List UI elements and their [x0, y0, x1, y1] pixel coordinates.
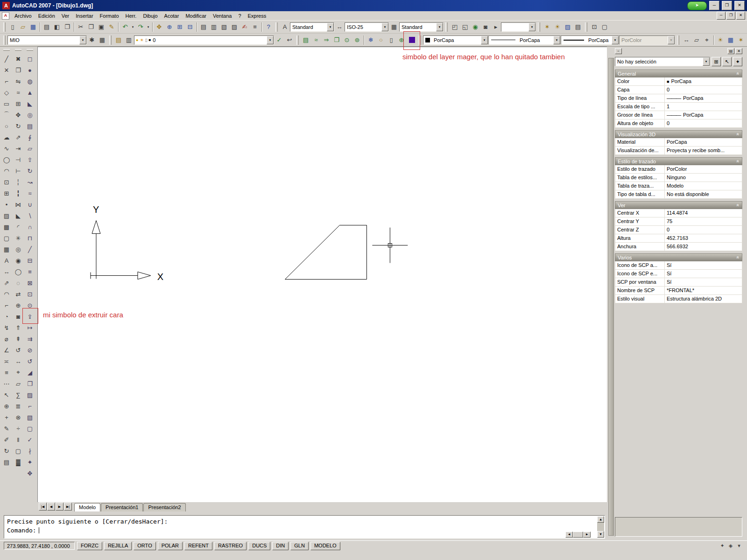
zoom-window-button[interactable]: ⊞	[175, 22, 185, 32]
lights-button[interactable]: ☀	[552, 22, 563, 32]
menu-item[interactable]: Acotar	[161, 12, 183, 20]
save-button[interactable]: ▦	[28, 22, 38, 32]
combo-arrow-icon[interactable]: ▼	[481, 36, 488, 44]
mdi-minimize-button[interactable]: ─	[717, 12, 726, 20]
color-faces-icon[interactable]: ▨	[25, 389, 35, 400]
menu-item[interactable]: Dibujo	[140, 12, 161, 20]
redo-dropdown-arrow[interactable]: ▾	[146, 22, 151, 32]
layer-lock-icon[interactable]: ▯	[145, 38, 148, 42]
property-row[interactable]: SCP por ventanaSí	[615, 278, 742, 287]
wedge-icon[interactable]: ◣	[25, 98, 35, 109]
next-tab-button[interactable]: ▶	[56, 503, 63, 511]
menu-item[interactable]: Modificar	[182, 12, 210, 20]
check-icon[interactable]: ✓	[25, 434, 35, 445]
intersect-icon[interactable]: ∩	[25, 221, 35, 232]
break-at-point-icon[interactable]: ╎	[13, 176, 23, 188]
dim-diameter-icon[interactable]: ⌀	[1, 333, 12, 344]
section-header-varios[interactable]: Varios «	[615, 253, 742, 261]
make-object-layer-current-button[interactable]: ✓	[274, 35, 284, 45]
property-row[interactable]: Altura de objeto0	[615, 119, 742, 128]
property-row[interactable]: Visualización de...Proyecta y recibe som…	[615, 147, 742, 155]
paste-button[interactable]: ▣	[96, 22, 106, 32]
wipeout-icon[interactable]: ▓	[13, 456, 23, 468]
render-button[interactable]: ✶	[542, 22, 552, 32]
divide-icon[interactable]: ÷	[13, 423, 23, 434]
convert-to-surface-icon[interactable]: ⊡	[25, 288, 35, 300]
walk-icon[interactable]: ⇑	[13, 322, 23, 333]
layer-off-button[interactable]: ○	[376, 35, 386, 45]
dim-jogged-icon[interactable]: ↯	[1, 322, 12, 333]
tab-modelo[interactable]: Modelo	[74, 503, 100, 511]
sheet-set-manager-button[interactable]: ▨	[229, 22, 240, 32]
combo-arrow-icon[interactable]: ▼	[529, 23, 536, 31]
layer-manager-button[interactable]	[407, 35, 417, 45]
trapezoid-polyline[interactable]	[285, 225, 367, 280]
markup-set-manager-button[interactable]: ✍	[240, 22, 250, 32]
dim-radius-icon[interactable]: ◔	[1, 311, 12, 322]
delete-faces-icon[interactable]: ⊘	[25, 344, 35, 356]
shell-icon[interactable]: ▢	[25, 423, 35, 434]
measure-icon[interactable]: ‖	[13, 434, 23, 445]
workspace-save-button[interactable]: ▦	[97, 35, 107, 45]
property-row[interactable]: Escala de tipo ...1	[615, 103, 742, 111]
scroll-down-icon[interactable]: ▼	[597, 531, 604, 538]
ellipse-arc-icon[interactable]: ◠	[1, 165, 12, 176]
palette-close-button[interactable]: ✕	[735, 48, 742, 54]
property-row[interactable]: Altura452.7163	[615, 234, 742, 243]
render-settings-button[interactable]: ▤	[573, 22, 583, 32]
quick-leader-icon[interactable]: ↖	[1, 389, 12, 400]
stretch-icon[interactable]: ⇥	[13, 143, 23, 154]
constrained-orbit-icon[interactable]: ◉	[13, 255, 23, 266]
property-row[interactable]: Estilo visualEstructura alámbrica 2D	[615, 295, 742, 303]
move-icon[interactable]: ✥	[13, 109, 23, 120]
menu-item[interactable]: ?	[235, 12, 244, 20]
view-top-button[interactable]: ◱	[460, 22, 470, 32]
area-button[interactable]: ▱	[691, 35, 702, 45]
dim-update-icon[interactable]: ↻	[1, 445, 12, 456]
drawing-area[interactable]: Y X simbolo del layer mager, que lo han …	[37, 47, 607, 502]
collapse-icon[interactable]: «	[736, 133, 741, 136]
menu-item[interactable]: Herr.	[122, 12, 140, 20]
chamfer-icon[interactable]: ◣	[13, 210, 23, 221]
dim-style-combo[interactable]: ISO-25 ▼	[345, 22, 389, 32]
restore-button[interactable]: ❐	[722, 1, 732, 10]
property-row[interactable]: Centrar Y75	[615, 217, 742, 226]
palette-autohide-button[interactable]: −	[615, 48, 622, 54]
property-row[interactable]: Anchura566.6932	[615, 243, 742, 251]
toolbar-grip[interactable]	[585, 22, 587, 32]
tool-palettes-button[interactable]: ▧	[219, 22, 229, 32]
interfere-icon[interactable]: ⊓	[25, 232, 35, 244]
3d-pan-icon[interactable]: ⇄	[13, 288, 23, 300]
gradient-icon[interactable]: ▩	[1, 221, 12, 232]
table-style-combo[interactable]: Standard ▼	[399, 22, 444, 32]
property-row[interactable]: MaterialPorCapa	[615, 138, 742, 147]
named-views-button[interactable]: ◰	[450, 22, 460, 32]
scrollbar-thumb[interactable]	[573, 532, 583, 538]
copy-to-new-layer-button[interactable]: ❐	[331, 35, 342, 45]
union-icon[interactable]: ∪	[25, 199, 35, 210]
dim-ordinate-icon[interactable]: ⌐	[1, 300, 12, 311]
properties-button[interactable]: ▤	[198, 22, 209, 32]
helix-icon[interactable]: ∮	[25, 132, 35, 143]
selection-combo[interactable]: No hay selección ▼	[615, 57, 710, 66]
undo-dropdown-arrow[interactable]: ▾	[130, 22, 135, 32]
layer-previous-button[interactable]: ↩	[284, 35, 295, 45]
layer-states-manager-button[interactable]: ▥	[124, 35, 134, 45]
point-icon[interactable]: •	[1, 199, 12, 210]
quickcalc-button[interactable]: ≡	[250, 22, 260, 32]
layer-unisolate-button[interactable]: ⊚	[352, 35, 362, 45]
scale-icon[interactable]: ⇗	[13, 132, 23, 143]
palette-menu-button[interactable]: ▤	[727, 48, 734, 54]
toolbar-grip[interactable]	[3, 22, 6, 32]
materials-button[interactable]: ▨	[563, 22, 573, 32]
minimize-button[interactable]: ─	[709, 1, 719, 10]
remote-assist-button[interactable]: ➤	[687, 1, 707, 10]
camera-adjust-icon[interactable]: ◙	[13, 311, 23, 322]
gln-toggle[interactable]: GLN	[290, 542, 309, 550]
plotstyle-combo[interactable]: PorColor ▼	[619, 35, 675, 45]
distance-icon[interactable]: ↔	[13, 356, 23, 367]
cut-button[interactable]: ✂	[76, 22, 86, 32]
sun-properties-button[interactable]: ☀	[715, 35, 726, 45]
pickadd-toggle-button[interactable]: ⊞	[712, 57, 721, 66]
undo-button[interactable]: ↶	[120, 22, 130, 32]
